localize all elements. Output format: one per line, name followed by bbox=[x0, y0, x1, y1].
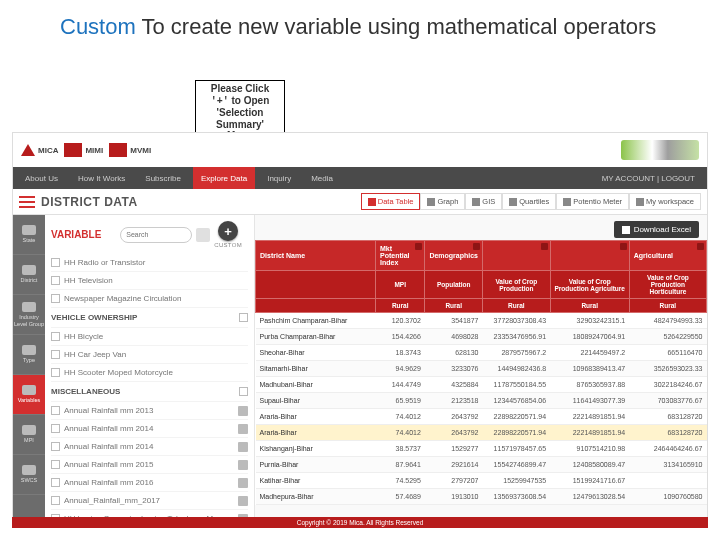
table-row[interactable]: Kishanganj-Bihar38.573715292771157197845… bbox=[256, 441, 707, 457]
download-excel-button[interactable]: Download Excel bbox=[614, 221, 699, 238]
add-custom-button[interactable]: + bbox=[218, 221, 238, 241]
nav-item[interactable]: How It Works bbox=[70, 174, 133, 183]
checkbox[interactable] bbox=[51, 406, 60, 415]
rail-item[interactable]: Type bbox=[13, 335, 45, 375]
table-row[interactable]: Madhubani-Bihar144.474943258841178755018… bbox=[256, 377, 707, 393]
data-table-wrap: District NameMkt Potential IndexDemograp… bbox=[255, 240, 707, 517]
view-tab-label: Data Table bbox=[378, 197, 414, 206]
cell: 38.5737 bbox=[376, 441, 425, 457]
checkbox[interactable] bbox=[239, 313, 248, 322]
table-row[interactable]: Purnia-Bihar87.9641292161415542746899.47… bbox=[256, 457, 707, 473]
graph-icon bbox=[427, 198, 435, 206]
nav-item[interactable]: Subscribe bbox=[137, 174, 189, 183]
trash-icon[interactable] bbox=[541, 243, 548, 250]
rail-item[interactable]: Variables bbox=[13, 375, 45, 415]
checkbox[interactable] bbox=[51, 460, 60, 469]
rail-item[interactable]: SWCS bbox=[13, 455, 45, 495]
view-tab[interactable]: GIS bbox=[465, 193, 502, 210]
cell: 4698028 bbox=[425, 329, 483, 345]
variable-row: HH Radio or Transistor bbox=[51, 254, 248, 272]
custom-label: CUSTOM bbox=[214, 242, 242, 248]
variable-row: Annual Rainfall mm 2015 bbox=[51, 456, 248, 474]
page-header: DISTRICT DATA Data TableGraphGISQuartile… bbox=[13, 189, 707, 215]
column-header[interactable]: Demographics bbox=[425, 241, 483, 271]
checkbox[interactable] bbox=[51, 350, 60, 359]
table-row[interactable]: Madhepura-Bihar57.4689191301013569373608… bbox=[256, 489, 707, 505]
filter-icon[interactable] bbox=[196, 228, 210, 242]
checkbox[interactable] bbox=[51, 276, 60, 285]
table-row[interactable]: Araria-Bihar74.4012264379222898220571.94… bbox=[256, 425, 707, 441]
title-prefix: Custom bbox=[60, 14, 136, 39]
cell: 2123518 bbox=[425, 393, 483, 409]
checkbox[interactable] bbox=[51, 332, 60, 341]
table-row[interactable]: Pashchim Champaran-Bihar120.370235418773… bbox=[256, 313, 707, 329]
cell: 683128720 bbox=[629, 425, 706, 441]
rail-item[interactable]: Industry Level Group bbox=[13, 295, 45, 335]
table-row[interactable]: Sheohar-Bihar18.37436281302879575967.222… bbox=[256, 345, 707, 361]
sub-column-header: Value of Crop Production Horticulture bbox=[629, 271, 706, 299]
view-tab[interactable]: Potentio Meter bbox=[556, 193, 629, 210]
app-window: MICA MIMI MVMI About UsHow It WorksSubsc… bbox=[12, 132, 708, 518]
row-icon bbox=[238, 406, 248, 416]
rural-header: Rural bbox=[550, 299, 629, 313]
view-tab[interactable]: Quartiles bbox=[502, 193, 556, 210]
rail-icon bbox=[22, 345, 36, 355]
cell: 2921614 bbox=[425, 457, 483, 473]
checkbox[interactable] bbox=[51, 496, 60, 505]
download-icon bbox=[622, 226, 630, 234]
cell: 154.4266 bbox=[376, 329, 425, 345]
table-row[interactable]: Purba Champaran-Bihar154.426646980282335… bbox=[256, 329, 707, 345]
column-header[interactable] bbox=[550, 241, 629, 271]
checkbox[interactable] bbox=[239, 387, 248, 396]
variable-label: HH Scooter Moped Motorcycle bbox=[64, 368, 248, 377]
cell: 4325884 bbox=[425, 377, 483, 393]
rail-item[interactable]: MPI bbox=[13, 415, 45, 455]
nav-item[interactable]: About Us bbox=[17, 174, 66, 183]
rail-item[interactable]: District bbox=[13, 255, 45, 295]
cell: 11571978457.65 bbox=[483, 441, 551, 457]
view-tab[interactable]: Graph bbox=[420, 193, 465, 210]
cell: 2464464246.67 bbox=[629, 441, 706, 457]
cell: 11787550184.55 bbox=[483, 377, 551, 393]
cell: 18089247064.91 bbox=[550, 329, 629, 345]
view-tab[interactable]: My workspace bbox=[629, 193, 701, 210]
trash-icon[interactable] bbox=[415, 243, 422, 250]
table-row[interactable]: Katihar-Bihar74.529527972071525994753515… bbox=[256, 473, 707, 489]
checkbox[interactable] bbox=[51, 478, 60, 487]
cell: 4824794993.33 bbox=[629, 313, 706, 329]
account-link[interactable]: MY ACCOUNT | LOGOUT bbox=[594, 174, 703, 183]
cell: 15259947535 bbox=[483, 473, 551, 489]
column-header[interactable]: District Name bbox=[256, 241, 376, 271]
search-input[interactable] bbox=[120, 227, 192, 243]
nav-item[interactable]: Inquiry bbox=[259, 174, 299, 183]
checkbox[interactable] bbox=[51, 424, 60, 433]
variable-group-header[interactable]: MISCELLANEOUS bbox=[51, 382, 248, 402]
nav-item[interactable]: Explore Data bbox=[193, 167, 255, 189]
column-header[interactable] bbox=[483, 241, 551, 271]
trash-icon[interactable] bbox=[473, 243, 480, 250]
rail-label: SWCS bbox=[21, 477, 38, 483]
rail-icon bbox=[22, 225, 36, 235]
cell: 22898220571.94 bbox=[483, 425, 551, 441]
trash-icon[interactable] bbox=[620, 243, 627, 250]
variable-row: Annual_Rainfall_mm_2017 bbox=[51, 492, 248, 510]
checkbox[interactable] bbox=[51, 294, 60, 303]
column-header[interactable]: Agricultural bbox=[629, 241, 706, 271]
checkbox[interactable] bbox=[51, 368, 60, 377]
trash-icon[interactable] bbox=[697, 243, 704, 250]
checkbox[interactable] bbox=[51, 258, 60, 267]
view-tab[interactable]: Data Table bbox=[361, 193, 421, 210]
variable-row: HH Scooter Moped Motorcycle bbox=[51, 364, 248, 382]
variable-label: Annual Rainfall mm 2014 bbox=[64, 442, 230, 451]
variable-row: HH Bicycle bbox=[51, 328, 248, 346]
rail-item[interactable]: State bbox=[13, 215, 45, 255]
table-row[interactable]: Supaul-Bihar65.9519212351812344576854.06… bbox=[256, 393, 707, 409]
checkbox[interactable] bbox=[51, 442, 60, 451]
cell: Purnia-Bihar bbox=[256, 457, 376, 473]
table-row[interactable]: Sitamarhi-Bihar94.9629323307614494982436… bbox=[256, 361, 707, 377]
column-header[interactable]: Mkt Potential Index bbox=[376, 241, 425, 271]
table-row[interactable]: Araria-Bihar74.4012264379222898220571.94… bbox=[256, 409, 707, 425]
variable-group-header[interactable]: VEHICLE OWNERSHIP bbox=[51, 308, 248, 328]
menu-icon[interactable] bbox=[19, 196, 35, 208]
nav-item[interactable]: Media bbox=[303, 174, 341, 183]
